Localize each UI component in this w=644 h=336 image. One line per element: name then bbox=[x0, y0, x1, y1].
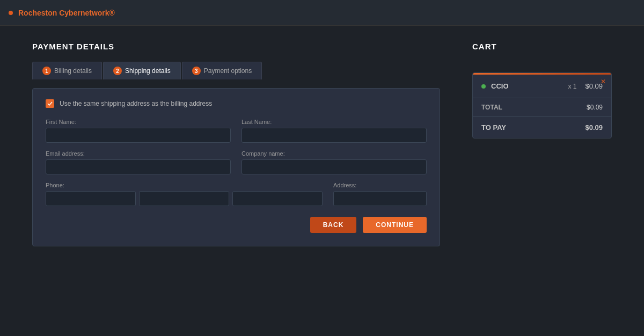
phone-label: Phone: bbox=[46, 182, 323, 188]
first-name-label: First Name: bbox=[46, 119, 231, 125]
last-name-group: Last Name: bbox=[241, 119, 427, 143]
company-group: Company name: bbox=[241, 150, 427, 174]
back-button[interactable]: BACK bbox=[310, 217, 357, 233]
phone-input-3[interactable] bbox=[232, 191, 323, 206]
cart-total-label: TOTAL bbox=[481, 104, 502, 111]
first-name-group: First Name: bbox=[46, 119, 231, 143]
cart-item-name: CCIO bbox=[491, 82, 568, 90]
cart-item-dot bbox=[481, 84, 486, 89]
tab-shipping[interactable]: 2 Shipping details bbox=[103, 62, 181, 79]
tab-payment[interactable]: 3 Payment options bbox=[182, 62, 262, 79]
phone-address-row: Phone: Address: bbox=[46, 182, 427, 206]
main-content: PAYMENT DETAILS 1 Billing details 2 Ship… bbox=[0, 26, 644, 336]
cart-total-value: $0.09 bbox=[587, 104, 603, 111]
address-label: Address: bbox=[333, 182, 427, 188]
name-row: First Name: Last Name: bbox=[46, 119, 427, 143]
form-actions: BACK CONTINUE bbox=[46, 217, 427, 233]
cart-topay-row: TO PAY $0.09 bbox=[473, 117, 611, 138]
phone-inputs bbox=[46, 191, 323, 206]
address-group: Address: bbox=[333, 182, 427, 206]
same-address-checkbox[interactable] bbox=[46, 99, 54, 108]
company-label: Company name: bbox=[241, 150, 427, 157]
phone-input-1[interactable] bbox=[46, 191, 136, 206]
last-name-input[interactable] bbox=[241, 128, 427, 143]
right-panel: CART CCIO x 1 $0.09 ✕ TOTAL $0.09 TO PAY… bbox=[472, 42, 612, 320]
cart-total-row: TOTAL $0.09 bbox=[473, 98, 611, 117]
phone-group: Phone: bbox=[46, 182, 323, 206]
cart-item-close[interactable]: ✕ bbox=[601, 78, 606, 85]
first-name-input[interactable] bbox=[46, 128, 231, 143]
tab-payment-number: 3 bbox=[192, 67, 201, 75]
phone-input-2[interactable] bbox=[139, 191, 229, 206]
payment-details-title: PAYMENT DETAILS bbox=[32, 42, 440, 51]
address-input[interactable] bbox=[333, 191, 427, 206]
continue-button[interactable]: CONTINUE bbox=[363, 217, 427, 233]
left-panel: PAYMENT DETAILS 1 Billing details 2 Ship… bbox=[32, 42, 440, 320]
topbar-title: Rocheston Cybernetwork® bbox=[18, 9, 115, 17]
cart-panel: CCIO x 1 $0.09 ✕ TOTAL $0.09 TO PAY $0.0… bbox=[472, 72, 612, 138]
tab-shipping-number: 2 bbox=[113, 67, 122, 75]
email-group: Email address: bbox=[46, 150, 231, 174]
tabs: 1 Billing details 2 Shipping details 3 P… bbox=[32, 62, 440, 79]
cart-topay-label: TO PAY bbox=[481, 123, 506, 132]
same-address-label: Use the same shipping address as the bil… bbox=[60, 100, 212, 107]
email-company-row: Email address: Company name: bbox=[46, 150, 427, 174]
tab-payment-label: Payment options bbox=[204, 67, 252, 75]
same-address-row: Use the same shipping address as the bil… bbox=[46, 99, 427, 108]
form-panel: Use the same shipping address as the bil… bbox=[32, 88, 440, 246]
tab-billing-number: 1 bbox=[42, 67, 51, 75]
last-name-label: Last Name: bbox=[241, 119, 427, 125]
email-label: Email address: bbox=[46, 150, 231, 157]
tab-billing-label: Billing details bbox=[54, 67, 92, 75]
email-input[interactable] bbox=[46, 159, 231, 174]
cart-topay-value: $0.09 bbox=[585, 123, 603, 132]
topbar: Rocheston Cybernetwork® bbox=[0, 0, 644, 26]
tab-billing[interactable]: 1 Billing details bbox=[32, 62, 102, 79]
topbar-dot bbox=[9, 11, 13, 15]
company-input[interactable] bbox=[241, 159, 427, 174]
cart-title: CART bbox=[472, 42, 612, 51]
tab-shipping-label: Shipping details bbox=[125, 67, 171, 75]
cart-item-row: CCIO x 1 $0.09 ✕ bbox=[473, 75, 611, 98]
cart-item-qty: x 1 bbox=[568, 83, 576, 90]
